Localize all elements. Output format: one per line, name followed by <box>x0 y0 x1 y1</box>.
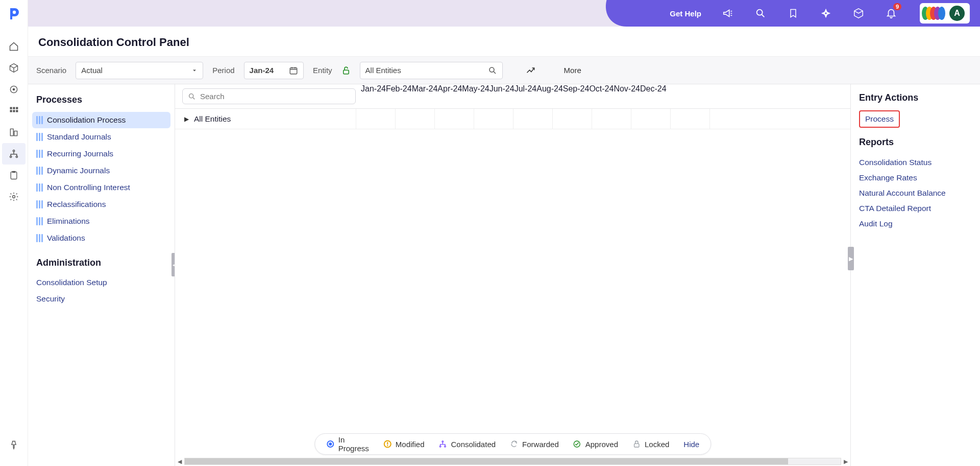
grid-cell[interactable] <box>709 109 749 129</box>
grid-cell[interactable] <box>356 109 395 129</box>
brand-box[interactable]: A <box>920 3 970 24</box>
process-item-reclass[interactable]: Reclassifications <box>32 196 170 213</box>
process-item-validations[interactable]: Validations <box>32 230 170 246</box>
get-help-link[interactable]: Get Help <box>670 9 701 18</box>
unlock-icon[interactable] <box>341 66 351 75</box>
period-select[interactable]: Jan-24 <box>244 62 304 79</box>
svg-point-30 <box>445 446 446 447</box>
month-header[interactable]: Jan-24 <box>361 84 386 108</box>
svg-point-17 <box>757 10 763 15</box>
scroll-right-icon[interactable]: ▶ <box>841 457 850 466</box>
grid-icon[interactable] <box>2 100 26 122</box>
alert-icon <box>383 440 391 448</box>
process-item-nci[interactable]: Non Controlling Interest <box>32 179 170 196</box>
collapse-right-icon[interactable]: ▶ <box>848 247 854 270</box>
admin-header: Administration <box>32 255 170 274</box>
app-logo-icon[interactable] <box>6 6 21 21</box>
month-header[interactable]: Mar-24 <box>412 84 438 108</box>
report-link-exchange-rates[interactable]: Exchange Rates <box>859 170 972 185</box>
avatar[interactable]: A <box>949 6 965 21</box>
search-icon <box>188 92 196 101</box>
month-header[interactable]: Apr-24 <box>437 84 462 108</box>
clipboard-icon[interactable] <box>2 165 26 186</box>
search-icon <box>488 66 497 75</box>
scroll-thumb[interactable] <box>185 458 788 464</box>
admin-link-security[interactable]: Security <box>32 291 170 307</box>
search-icon[interactable] <box>754 7 767 19</box>
month-header[interactable]: Sep-24 <box>563 84 590 108</box>
bookmark-icon[interactable] <box>787 7 799 19</box>
process-label: Non Controlling Interest <box>47 183 130 192</box>
legend-hide[interactable]: Hide <box>683 440 699 449</box>
grid-cell[interactable] <box>513 109 552 129</box>
scroll-left-icon[interactable]: ◀ <box>175 457 184 466</box>
tree-root-label: All Entities <box>194 114 231 124</box>
search-input-wrap[interactable] <box>182 88 356 104</box>
grid-cell[interactable] <box>631 109 670 129</box>
bars-icon <box>36 150 43 158</box>
process-action[interactable]: Process <box>859 110 900 128</box>
legend-inprogress: In Progress <box>326 435 369 453</box>
process-label: Standard Journals <box>47 132 111 142</box>
process-item-dynamic-journals[interactable]: Dynamic Journals <box>32 162 170 179</box>
package-icon[interactable] <box>852 7 865 19</box>
legend-locked: Locked <box>632 440 669 449</box>
bars-icon <box>36 133 43 141</box>
admin-link-setup[interactable]: Consolidation Setup <box>32 274 170 291</box>
process-item-consolidation[interactable]: Consolidation Process <box>32 112 170 128</box>
report-link-consolidation-status[interactable]: Consolidation Status <box>859 155 972 170</box>
report-link-natural-account[interactable]: Natural Account Balance <box>859 185 972 201</box>
trend-icon[interactable] <box>522 62 540 79</box>
target-icon[interactable] <box>2 79 26 100</box>
entity-select[interactable]: All Entities <box>360 62 503 79</box>
grid-cell[interactable] <box>552 109 592 129</box>
horizontal-scrollbar[interactable]: ◀ ▶ <box>175 457 850 466</box>
month-header[interactable]: Aug-24 <box>536 84 563 108</box>
month-header[interactable]: Feb-24 <box>386 84 412 108</box>
grid-cell[interactable] <box>434 109 474 129</box>
bell-icon[interactable]: 9 <box>885 7 897 19</box>
scenario-select[interactable]: Actual <box>76 62 203 79</box>
grid-cell[interactable] <box>395 109 434 129</box>
grid-cell[interactable] <box>670 109 709 129</box>
process-item-standard-journals[interactable]: Standard Journals <box>32 129 170 145</box>
compass-icon[interactable] <box>820 7 832 19</box>
right-panel: ▶ Entry Actions Process Reports Consolid… <box>850 84 980 466</box>
caret-right-icon[interactable]: ▶ <box>184 115 189 123</box>
notification-badge: 9 <box>893 3 901 10</box>
building-icon[interactable] <box>2 122 26 143</box>
home-icon[interactable] <box>2 36 26 57</box>
pin-icon[interactable] <box>2 434 26 456</box>
hierarchy-icon[interactable] <box>2 143 26 165</box>
process-label: Consolidation Process <box>47 115 126 125</box>
month-header[interactable]: Dec-24 <box>640 84 667 108</box>
process-item-recurring-journals[interactable]: Recurring Journals <box>32 146 170 162</box>
month-header[interactable]: Oct-24 <box>589 84 614 108</box>
search-input[interactable] <box>200 92 350 101</box>
center-panel: Jan-24 Feb-24 Mar-24 Apr-24 May-24 Jun-2… <box>175 84 850 466</box>
month-header[interactable]: Jul-24 <box>514 84 537 108</box>
report-link-audit-log[interactable]: Audit Log <box>859 216 972 231</box>
cube-icon[interactable] <box>2 57 26 79</box>
svg-rect-27 <box>387 445 388 446</box>
more-link[interactable]: More <box>564 66 581 75</box>
svg-point-16 <box>13 196 15 198</box>
period-label: Period <box>212 66 234 75</box>
grid-cell[interactable] <box>474 109 513 129</box>
process-item-eliminations[interactable]: Eliminations <box>32 213 170 229</box>
month-header[interactable]: May-24 <box>462 84 489 108</box>
report-link-cta[interactable]: CTA Detailed Report <box>859 201 972 216</box>
tree-row-root[interactable]: ▶ All Entities <box>175 109 850 129</box>
left-panel: Processes Consolidation Process Standard… <box>28 84 175 466</box>
month-header-row: Jan-24 Feb-24 Mar-24 Apr-24 May-24 Jun-2… <box>361 84 850 109</box>
month-header[interactable]: Nov-24 <box>614 84 640 108</box>
month-header[interactable]: Jun-24 <box>489 84 514 108</box>
collapse-left-icon[interactable]: ◀ <box>172 253 175 276</box>
scenario-label: Scenario <box>36 66 66 75</box>
gear-icon[interactable] <box>2 186 26 207</box>
legend-consolidated: Consolidated <box>439 440 496 449</box>
scroll-track[interactable] <box>184 458 841 465</box>
grid-cell[interactable] <box>592 109 631 129</box>
announce-icon[interactable] <box>722 7 734 19</box>
svg-rect-20 <box>343 70 349 74</box>
